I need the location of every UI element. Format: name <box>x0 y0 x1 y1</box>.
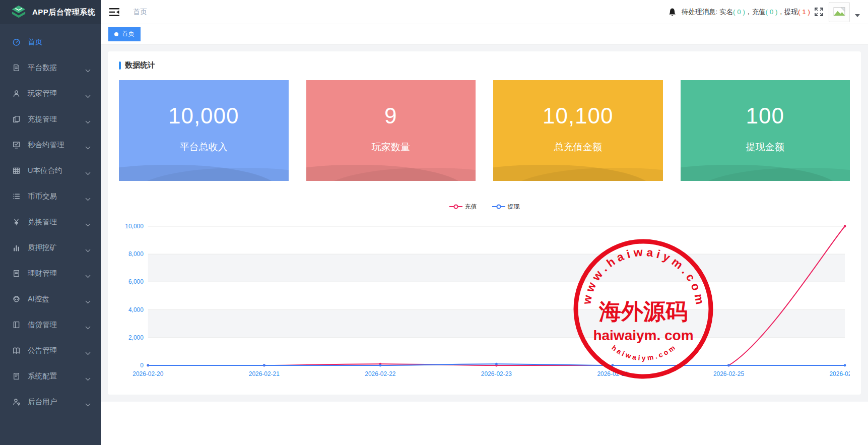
chevron-down-icon <box>85 143 91 147</box>
svg-text:2026-02-22: 2026-02-22 <box>365 370 395 377</box>
legend-item-充值[interactable]: 充值 <box>449 203 477 211</box>
chart-block: 充值提现 02,0004,0006,0008,00010,0002026-02-… <box>119 202 850 382</box>
sidebar: APP后台管理系统 首页 平台数据 玩家管理 充提管理 秒合约管理 <box>0 0 101 445</box>
chart-legend: 充值提现 <box>119 202 850 211</box>
sidebar-item-理财管理[interactable]: 理财管理 <box>0 261 101 286</box>
admin-user-icon <box>12 398 21 406</box>
user-menu-caret-icon[interactable] <box>855 14 860 17</box>
app-title: APP后台管理系统 <box>32 8 95 17</box>
sidebar-item-label: U本位合约 <box>28 166 85 175</box>
player-manage-icon <box>12 89 21 98</box>
chevron-down-icon <box>85 246 91 249</box>
stat-card-提现金额: 100 提现金额 <box>681 80 850 181</box>
pending-messages-label: 待处理消息: <box>682 8 719 16</box>
svg-text:10,000: 10,000 <box>125 223 144 230</box>
sidebar-item-label: 借贷管理 <box>28 320 85 330</box>
sidebar-item-label: 充提管理 <box>28 114 85 124</box>
chevron-down-icon <box>85 400 91 404</box>
section-title-text: 数据统计 <box>125 60 155 70</box>
sidebar-item-秒合约管理[interactable]: 秒合约管理 <box>0 132 101 158</box>
stat-label: 平台总收入 <box>180 141 228 154</box>
u-contract-icon <box>12 166 21 175</box>
menu-fold-icon[interactable] <box>109 8 120 17</box>
tab-active-dot <box>114 32 118 36</box>
pending-item-提现: 提现( 1 ) <box>784 8 810 16</box>
deposit-withdraw-icon <box>12 115 21 123</box>
chevron-down-icon <box>85 92 91 95</box>
stat-label: 玩家数量 <box>372 141 410 154</box>
sidebar-item-平台数据[interactable]: 平台数据 <box>0 55 101 81</box>
sidebar-item-label: 秒合约管理 <box>28 140 85 150</box>
chevron-down-icon <box>85 323 91 327</box>
sidebar-item-充提管理[interactable]: 充提管理 <box>0 106 101 132</box>
stat-value: 9 <box>384 103 397 129</box>
topbar-right: 待处理消息: 实名( 0 )，充值( 0 )，提现( 1 ) <box>668 2 861 22</box>
bell-icon[interactable] <box>668 8 677 17</box>
stat-value: 10,100 <box>543 103 614 129</box>
chevron-down-icon <box>85 349 91 352</box>
stat-card-平台总收入: 10,000 平台总收入 <box>119 80 289 181</box>
pending-messages: 待处理消息: 实名( 0 )，充值( 0 )，提现( 1 ) <box>682 8 810 17</box>
sidebar-item-label: 后台用户 <box>28 397 85 407</box>
dashboard-icon <box>12 38 21 46</box>
coin-trade-icon <box>12 192 21 201</box>
sidebar-item-label: 公告管理 <box>28 346 85 355</box>
fullscreen-icon[interactable] <box>814 7 824 17</box>
chevron-down-icon <box>85 220 91 224</box>
chevron-down-icon <box>85 272 91 275</box>
tabbar: 首页 <box>101 24 868 44</box>
svg-text:4,000: 4,000 <box>128 306 144 313</box>
stat-value: 100 <box>746 103 784 129</box>
svg-text:2026-02-26: 2026-02-26 <box>829 370 850 377</box>
line-chart: 02,0004,0006,0008,00010,0002026-02-20202… <box>119 217 850 382</box>
logo-row: APP后台管理系统 <box>0 0 101 24</box>
app-logo-icon <box>11 5 26 20</box>
sidebar-item-label: 平台数据 <box>28 63 85 73</box>
main-column: 首页 待处理消息: 实名( 0 )，充值( 0 )，提现( 1 ) <box>101 0 868 445</box>
tab-home[interactable]: 首页 <box>108 27 141 41</box>
svg-text:6,000: 6,000 <box>128 278 144 285</box>
ai-robot-icon <box>12 295 21 303</box>
section-title: 数据统计 <box>119 60 850 70</box>
sidebar-item-label: 玩家管理 <box>28 89 85 98</box>
sidebar-item-label: 兑换管理 <box>28 217 85 227</box>
sidebar-item-公告管理[interactable]: 公告管理 <box>0 338 101 363</box>
stat-label: 总充值金额 <box>554 141 602 154</box>
svg-text:8,000: 8,000 <box>128 250 144 258</box>
exchange-icon <box>12 218 21 226</box>
sidebar-item-AI控盘[interactable]: AI控盘 <box>0 286 101 312</box>
sidebar-item-兑换管理[interactable]: 兑换管理 <box>0 209 101 235</box>
chevron-down-icon <box>85 66 91 70</box>
system-config-icon <box>12 372 21 380</box>
stat-card-总充值金额: 10,100 总充值金额 <box>493 80 663 181</box>
svg-text:2026-02-20: 2026-02-20 <box>132 370 163 377</box>
broken-image-icon <box>833 7 845 18</box>
sidebar-menu: 首页 平台数据 玩家管理 充提管理 秒合约管理 U本位合约 <box>0 24 101 415</box>
pending-item-充值: 充值( 0 ) <box>752 8 777 16</box>
staking-icon <box>12 243 21 252</box>
chevron-down-icon <box>85 297 91 301</box>
sidebar-item-借贷管理[interactable]: 借贷管理 <box>0 312 101 338</box>
breadcrumb: 首页 <box>133 8 147 17</box>
sidebar-item-label: 质押挖矿 <box>28 243 85 252</box>
chevron-down-icon <box>85 117 91 121</box>
stat-value: 10,000 <box>168 103 239 129</box>
sidebar-item-币币交易[interactable]: 币币交易 <box>0 183 101 209</box>
title-accent-bar <box>119 61 121 70</box>
sidebar-item-系统配置[interactable]: 系统配置 <box>0 363 101 389</box>
svg-text:2026-02-23: 2026-02-23 <box>481 370 512 377</box>
chevron-down-icon <box>85 374 91 378</box>
sidebar-item-label: AI控盘 <box>28 294 85 304</box>
wealth-icon <box>12 269 21 278</box>
stat-cards: 10,000 平台总收入 9 玩家数量 <box>119 80 850 181</box>
sidebar-item-玩家管理[interactable]: 玩家管理 <box>0 81 101 106</box>
sidebar-item-首页[interactable]: 首页 <box>0 29 101 55</box>
stat-card-玩家数量: 9 玩家数量 <box>306 80 476 181</box>
sidebar-item-质押挖矿[interactable]: 质押挖矿 <box>0 235 101 261</box>
avatar[interactable] <box>829 2 850 22</box>
sidebar-item-后台用户[interactable]: 后台用户 <box>0 389 101 415</box>
legend-item-提现[interactable]: 提现 <box>492 203 520 211</box>
svg-text:2026-02-24: 2026-02-24 <box>597 370 628 377</box>
svg-text:2026-02-25: 2026-02-25 <box>713 370 744 377</box>
sidebar-item-U本位合约[interactable]: U本位合约 <box>0 158 101 183</box>
